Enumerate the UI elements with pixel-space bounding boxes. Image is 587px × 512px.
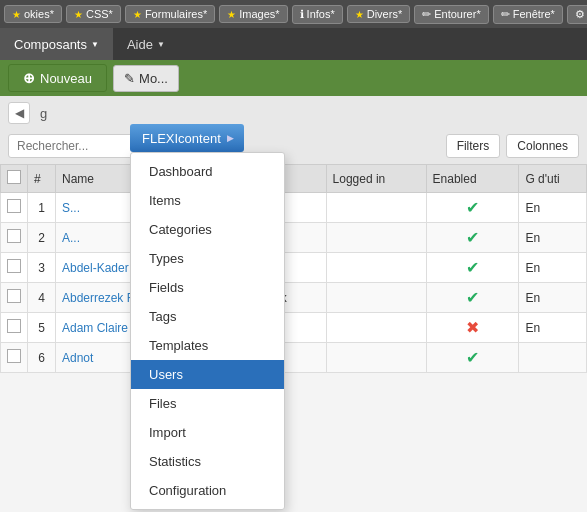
enabled-icon: ✔: [466, 199, 479, 216]
row-checkbox[interactable]: [7, 229, 21, 243]
flexicontent-button[interactable]: FLEXIcontent ▶: [130, 124, 244, 152]
dropdown-menu-item-import[interactable]: Import: [131, 418, 284, 447]
dropdown-menu-item-types[interactable]: Types: [131, 244, 284, 273]
content-area: ⊕ Nouveau ✎ Mo... ◀ g 🔍 ✕ Filters Colonn…: [0, 60, 587, 373]
chevron-down-icon: ▼: [157, 40, 165, 49]
toolbar-btn-css[interactable]: ★ CSS*: [66, 5, 121, 23]
disabled-icon: ✖: [466, 319, 479, 336]
row-enabled[interactable]: ✖: [426, 313, 519, 343]
col-header-logged-in[interactable]: Logged in: [326, 165, 426, 193]
back-row: ◀ g: [0, 96, 587, 130]
arrow-left-icon: ◀: [15, 106, 24, 120]
search-input[interactable]: [8, 134, 148, 158]
toolbar-btn-outils[interactable]: ⚙ Outils: [567, 5, 587, 24]
row-group: En: [519, 253, 587, 283]
row-num: 2: [28, 223, 56, 253]
colonnes-button[interactable]: Colonnes: [506, 134, 579, 158]
chevron-right-icon: ▶: [227, 133, 234, 143]
nav-item-aide[interactable]: Aide ▼: [113, 28, 179, 60]
table-row: 1S...✔En: [1, 193, 587, 223]
nouveau-button[interactable]: ⊕ Nouveau: [8, 64, 107, 92]
table-row: 6Adnotcadnot✔: [1, 343, 587, 373]
table-row: 4Abderrezek Faycalfabderrezek✔En: [1, 283, 587, 313]
row-num: 5: [28, 313, 56, 343]
row-num: 3: [28, 253, 56, 283]
dropdown-menu-item-configuration[interactable]: Configuration: [131, 476, 284, 505]
dropdown-menu-item-users[interactable]: Users: [131, 360, 284, 389]
dropdown-menu-item-dashboard[interactable]: Dashboard: [131, 157, 284, 186]
row-logged-in: [326, 343, 426, 373]
dropdown-menu: DashboardItemsCategoriesTypesFieldsTagsT…: [130, 152, 285, 510]
col-header-enabled[interactable]: Enabled: [426, 165, 519, 193]
toolbar-btn-cookies[interactable]: ★ okies*: [4, 5, 62, 23]
toolbar-btn-formulaires[interactable]: ★ Formulaires*: [125, 5, 215, 23]
row-group: En: [519, 193, 587, 223]
row-logged-in: [326, 253, 426, 283]
back-button[interactable]: ◀: [8, 102, 30, 124]
row-enabled[interactable]: ✔: [426, 223, 519, 253]
row-enabled[interactable]: ✔: [426, 343, 519, 373]
row-logged-in: [326, 223, 426, 253]
row-checkbox[interactable]: [7, 289, 21, 303]
enabled-icon: ✔: [466, 349, 479, 366]
col-header-g[interactable]: G d'uti: [519, 165, 587, 193]
dropdown-menu-item-statistics[interactable]: Statistics: [131, 447, 284, 476]
enabled-icon: ✔: [466, 229, 479, 246]
row-logged-in: [326, 283, 426, 313]
row-group: En: [519, 283, 587, 313]
dropdown-menu-item-templates[interactable]: Templates: [131, 331, 284, 360]
toolbar-btn-entourer[interactable]: ✏ Entourer*: [414, 5, 488, 24]
row-checkbox[interactable]: [7, 319, 21, 333]
dropdown-menu-item-tags[interactable]: Tags: [131, 302, 284, 331]
edit-icon: ✎: [124, 71, 135, 86]
row-group: [519, 343, 587, 373]
star-icon: ★: [227, 9, 236, 20]
toolbar-btn-images[interactable]: ★ Images*: [219, 5, 287, 23]
row-group: En: [519, 313, 587, 343]
sub-nav: ⊕ Nouveau ✎ Mo...: [0, 60, 587, 96]
top-toolbar: ★ okies* ★ CSS* ★ Formulaires* ★ Images*…: [0, 0, 587, 28]
table-row: 5Adam Clairecadam4✖En: [1, 313, 587, 343]
dropdown-menu-item-items[interactable]: Items: [131, 186, 284, 215]
enabled-icon: ✔: [466, 259, 479, 276]
row-logged-in: [326, 313, 426, 343]
nav-item-composants[interactable]: Composants ▼: [0, 28, 113, 60]
users-table: # Name me Logged in Enabled G d'uti 1S..…: [0, 164, 587, 373]
row-enabled[interactable]: ✔: [426, 283, 519, 313]
star-icon: ★: [355, 9, 364, 20]
star-icon: ★: [12, 9, 21, 20]
col-header-checkbox: [1, 165, 28, 193]
nav-bar: Composants ▼ Aide ▼: [0, 28, 587, 60]
search-row: 🔍 ✕ Filters Colonnes: [0, 130, 587, 162]
row-checkbox[interactable]: [7, 259, 21, 273]
plus-icon: ⊕: [23, 70, 35, 86]
toolbar-btn-infos[interactable]: ℹ Infos*: [292, 5, 343, 24]
row-checkbox[interactable]: [7, 349, 21, 363]
star-icon: ★: [74, 9, 83, 20]
row-checkbox[interactable]: [7, 199, 21, 213]
row-num: 1: [28, 193, 56, 223]
col-header-num[interactable]: #: [28, 165, 56, 193]
row-enabled[interactable]: ✔: [426, 253, 519, 283]
chevron-down-icon: ▼: [91, 40, 99, 49]
modifier-button[interactable]: ✎ Mo...: [113, 65, 179, 92]
star-icon: ★: [133, 9, 142, 20]
row-group: En: [519, 223, 587, 253]
flexicontent-dropdown: FLEXIcontent ▶ DashboardItemsCategoriesT…: [130, 124, 285, 510]
dropdown-menu-item-files[interactable]: Files: [131, 389, 284, 418]
table-row: 3Abdel-Kaderaabassa1✔En: [1, 253, 587, 283]
dropdown-menu-item-categories[interactable]: Categories: [131, 215, 284, 244]
table-row: 2A......ongo✔En: [1, 223, 587, 253]
row-num: 6: [28, 343, 56, 373]
enabled-icon: ✔: [466, 289, 479, 306]
row-logged-in: [326, 193, 426, 223]
toolbar-btn-divers[interactable]: ★ Divers*: [347, 5, 410, 23]
page-label: g: [36, 104, 51, 123]
row-num: 4: [28, 283, 56, 313]
filters-button[interactable]: Filters: [446, 134, 501, 158]
toolbar-btn-fenetre[interactable]: ✏ Fenêtre*: [493, 5, 563, 24]
dropdown-menu-item-fields[interactable]: Fields: [131, 273, 284, 302]
row-enabled[interactable]: ✔: [426, 193, 519, 223]
